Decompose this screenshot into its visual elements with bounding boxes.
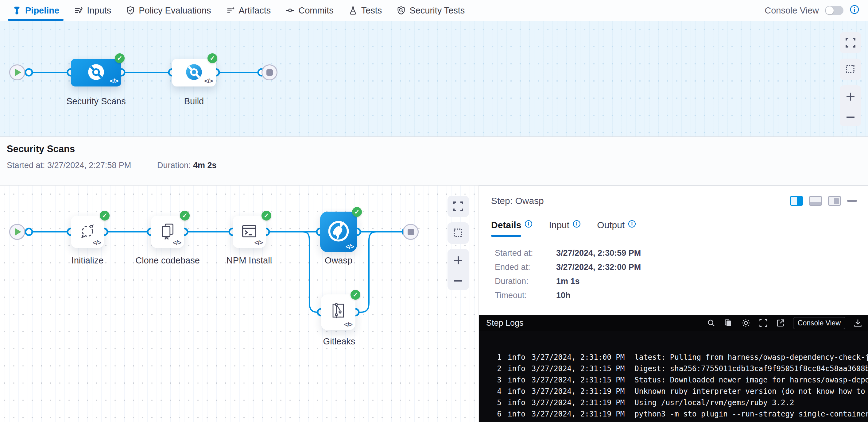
code-icon: </> xyxy=(254,239,263,246)
play-icon xyxy=(15,69,21,76)
tab-details[interactable]: Details xyxy=(491,220,533,230)
layout-floating-panel-icon[interactable] xyxy=(828,196,841,206)
log-line-number: 4 xyxy=(494,387,501,396)
tab-label: Pipeline xyxy=(25,5,59,15)
code-icon: </> xyxy=(344,321,352,328)
log-message: Using /usr/local/rvm/gems/ruby-3.2.2 xyxy=(634,398,794,407)
log-line-number: 3 xyxy=(494,376,501,384)
step-node-owasp[interactable]: </> xyxy=(320,212,357,252)
detail-label: Ended at: xyxy=(495,262,556,272)
log-line-number: 2 xyxy=(494,364,501,373)
step-label[interactable]: Gitleaks xyxy=(308,336,370,347)
log-line: 3 info 3/27/2024, 2:31:15 PM Status: Dow… xyxy=(479,376,868,387)
security-stage-icon xyxy=(86,62,106,84)
info-icon[interactable] xyxy=(524,220,533,230)
stage-label[interactable]: Build xyxy=(163,96,225,106)
tab-commits[interactable]: Commits xyxy=(278,0,341,21)
copy-icon[interactable] xyxy=(724,318,733,328)
download-icon[interactable] xyxy=(853,318,863,328)
tab-output[interactable]: Output xyxy=(597,220,636,230)
zoom-in-icon[interactable] xyxy=(453,255,464,267)
canvas-select-button[interactable] xyxy=(840,59,861,80)
gitleaks-icon xyxy=(329,302,348,323)
tab-artifacts[interactable]: Artifacts xyxy=(219,0,278,21)
stage-start-node[interactable] xyxy=(9,64,25,80)
panel-layout-controls xyxy=(790,196,857,206)
settings-gear-icon[interactable] xyxy=(741,318,751,328)
toggle-knob xyxy=(826,6,834,14)
step-panel-title: Step: Owasp xyxy=(491,196,544,206)
search-icon[interactable] xyxy=(707,318,716,328)
step-label[interactable]: Owasp xyxy=(308,256,369,266)
tab-inputs[interactable]: Inputs xyxy=(67,0,119,21)
tab-input[interactable]: Input xyxy=(549,220,581,230)
info-icon[interactable] xyxy=(572,220,581,230)
stage-duration: Duration: 4m 2s xyxy=(157,161,217,170)
owasp-icon xyxy=(326,218,351,245)
stage-end-node[interactable] xyxy=(261,64,277,80)
tab-pipeline[interactable]: Pipeline xyxy=(5,0,67,21)
step-graph-canvas[interactable]: </> ✓ Initialize </> ✓ Clone codebase </… xyxy=(0,186,479,422)
console-view-button[interactable]: Console View xyxy=(793,317,845,329)
detail-label: Duration: xyxy=(495,277,556,286)
stage-connectors xyxy=(0,21,868,136)
tab-security-tests[interactable]: Security Tests xyxy=(389,0,472,21)
shield-check-icon xyxy=(126,6,135,15)
log-timestamp: 3/27/2024, 2:31:15 PM xyxy=(532,364,625,373)
layout-bottom-panel-icon[interactable] xyxy=(809,196,822,206)
layout-right-panel-icon[interactable] xyxy=(790,196,803,206)
log-timestamp: 3/27/2024, 2:31:19 PM xyxy=(532,410,625,418)
log-timestamp: 3/27/2024, 2:31:00 PM xyxy=(532,353,625,362)
log-timestamp: 3/27/2024, 2:31:19 PM xyxy=(532,387,625,396)
step-logs-header: Step Logs xyxy=(479,315,868,331)
canvas-zoom-controls xyxy=(447,249,469,290)
tab-label: Inputs xyxy=(87,5,111,15)
tab-policy-evaluations[interactable]: Policy Evaluations xyxy=(119,0,218,21)
step-end-node[interactable] xyxy=(403,224,418,240)
divider xyxy=(219,143,219,178)
log-level: info xyxy=(508,364,525,373)
zoom-out-icon[interactable] xyxy=(845,115,856,121)
step-node-npm-install[interactable]: </> xyxy=(232,216,266,248)
stage-node-build[interactable]: </> xyxy=(172,59,216,87)
code-icon: </> xyxy=(205,77,213,85)
step-label[interactable]: Clone codebase xyxy=(129,256,206,266)
zoom-in-icon[interactable] xyxy=(845,91,856,103)
shield-search-icon xyxy=(397,6,406,15)
step-label[interactable]: Initialize xyxy=(57,256,118,266)
stage-graph-canvas[interactable]: </> ✓ Security Scans </> ✓ Build xyxy=(0,21,868,136)
step-label[interactable]: NPM Install xyxy=(219,256,280,266)
minimize-panel-icon[interactable] xyxy=(847,200,857,202)
open-in-new-icon[interactable] xyxy=(776,318,785,328)
zoom-out-icon[interactable] xyxy=(453,279,464,284)
code-icon: </> xyxy=(346,243,354,250)
duration-label: Duration: xyxy=(157,161,193,170)
console-view-toggle[interactable] xyxy=(825,6,843,15)
log-level: info xyxy=(508,376,525,384)
log-level: info xyxy=(508,410,525,418)
log-line-number: 1 xyxy=(494,353,501,362)
step-start-node[interactable] xyxy=(9,224,25,240)
info-icon[interactable] xyxy=(628,220,636,230)
log-line-number: 5 xyxy=(494,398,501,407)
canvas-fullscreen-button[interactable] xyxy=(447,196,469,217)
step-logs-body[interactable]: 1 info 3/27/2024, 2:31:00 PM latest: Pul… xyxy=(479,353,868,421)
stage-started-at: Started at: 3/27/2024, 2:27:58 PM xyxy=(7,161,131,170)
step-node-initialize[interactable]: </> xyxy=(71,216,104,248)
pipeline-icon xyxy=(12,6,22,15)
fullscreen-icon[interactable] xyxy=(759,318,768,328)
step-details-list: Started at: 3/27/2024, 2:30:59 PM Ended … xyxy=(495,246,641,302)
canvas-fullscreen-button[interactable] xyxy=(840,32,861,53)
step-node-gitleaks[interactable]: </> xyxy=(321,294,355,330)
log-line: 2 info 3/27/2024, 2:31:15 PM Digest: sha… xyxy=(479,364,868,376)
log-message: python3 -m sto_plugin --run-strategy sin… xyxy=(634,410,868,418)
tab-tests[interactable]: Tests xyxy=(341,0,390,21)
stage-label[interactable]: Security Scans xyxy=(56,96,136,106)
detail-value: 1m 1s xyxy=(556,277,580,286)
info-icon[interactable] xyxy=(849,5,859,17)
step-node-clone-codebase[interactable]: </> xyxy=(151,216,184,248)
console-view-label: Console View xyxy=(765,5,819,15)
stage-node-security-scans[interactable]: </> xyxy=(71,59,121,87)
log-line: 6 info 3/27/2024, 2:31:19 PM python3 -m … xyxy=(479,410,868,421)
canvas-select-button[interactable] xyxy=(447,222,469,244)
